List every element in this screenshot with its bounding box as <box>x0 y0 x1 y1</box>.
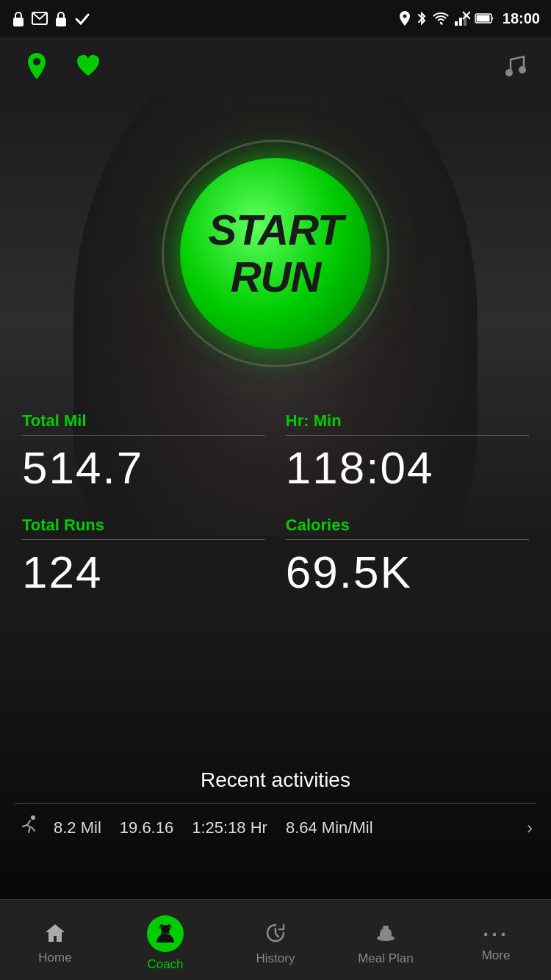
svg-point-12 <box>505 69 513 76</box>
recent-activity-row[interactable]: 8.2 Mil 19.6.16 1:25:18 Hr 8.64 Min/Mil … <box>0 815 551 840</box>
history-icon <box>264 922 287 948</box>
nav-label-history: History <box>256 951 295 966</box>
stats-section: Total Mil 514.7 Hr: Min 118:04 Total Run… <box>0 411 551 620</box>
calories-label: Calories <box>286 516 529 535</box>
status-right: 18:00 <box>398 10 540 27</box>
lock-icon <box>11 10 26 26</box>
svg-point-17 <box>160 924 163 927</box>
activity-data: 8.2 Mil 19.6.16 1:25:18 Hr 8.64 Min/Mil <box>54 818 373 837</box>
coach-icon-container: C <box>147 915 184 952</box>
location-button[interactable] <box>22 51 51 81</box>
status-time: 18:00 <box>503 10 540 27</box>
activity-time: 1:25:18 Hr <box>192 818 267 837</box>
mealplan-icon <box>375 922 397 948</box>
nav-item-mealplan[interactable]: Meal Plan <box>331 900 441 980</box>
nav-label-more: More <box>482 948 511 963</box>
hr-min-value: 118:04 <box>286 442 529 494</box>
bluetooth-icon <box>416 10 428 26</box>
total-runs-stat: Total Runs 124 <box>22 516 265 598</box>
total-miles-stat: Total Mil 514.7 <box>22 411 265 494</box>
calories-stat: Calories 69.5K <box>286 516 529 598</box>
svg-rect-21 <box>383 926 389 929</box>
coach-icon: C <box>154 922 177 945</box>
total-miles-label: Total Mil <box>22 411 265 430</box>
hr-min-label: Hr: Min <box>286 411 529 430</box>
start-run-line2: RUN <box>231 253 321 300</box>
activity-date: 19.6.16 <box>120 818 173 837</box>
wifi-icon <box>432 11 450 26</box>
stats-row-1: Total Mil 514.7 Hr: Min 118:04 <box>22 411 529 494</box>
bg-overlay <box>0 605 551 899</box>
nav-label-home: Home <box>38 951 71 965</box>
recent-section: Recent activities 8.2 Mil 19.6.16 1:25:1… <box>0 768 551 840</box>
nav-label-coach: Coach <box>147 957 183 972</box>
music-note-icon <box>502 52 527 80</box>
svg-rect-4 <box>455 21 458 26</box>
stat-divider-4 <box>286 539 529 540</box>
calories-value: 69.5K <box>286 546 529 598</box>
trophy-icon <box>54 10 68 26</box>
svg-point-18 <box>168 924 170 927</box>
more-icon: ··· <box>483 924 508 945</box>
activity-run-icon <box>18 815 39 840</box>
svg-point-14 <box>31 815 35 820</box>
gps-icon <box>398 10 411 26</box>
battery-icon <box>475 12 495 24</box>
svg-rect-10 <box>476 15 489 22</box>
stat-divider-3 <box>22 539 265 540</box>
nav-item-coach[interactable]: C Coach <box>110 900 220 980</box>
nav-item-more[interactable]: ··· More <box>441 900 551 980</box>
hr-min-stat: Hr: Min 118:04 <box>286 411 529 494</box>
status-bar: 18:00 <box>0 0 551 37</box>
mail-icon <box>32 12 48 25</box>
location-pin-icon <box>24 51 49 81</box>
stat-divider-2 <box>286 435 529 436</box>
signal-icon <box>454 11 470 26</box>
total-runs-value: 124 <box>22 546 265 598</box>
svg-rect-0 <box>13 18 24 26</box>
recent-activities-title: Recent activities <box>0 768 551 792</box>
start-run-outer-ring: START RUN <box>162 140 389 367</box>
nav-label-mealplan: Meal Plan <box>358 951 414 966</box>
svg-text:C: C <box>161 929 168 940</box>
start-run-button[interactable]: START RUN <box>180 158 371 349</box>
svg-rect-2 <box>56 18 66 26</box>
start-run-line1: START <box>209 206 343 253</box>
bottom-nav: Home C Coach History <box>0 899 551 980</box>
heart-button[interactable] <box>73 51 103 81</box>
total-runs-label: Total Runs <box>22 516 265 535</box>
nav-item-history[interactable]: History <box>220 900 331 980</box>
activity-pace: 8.64 Min/Mil <box>286 818 373 837</box>
main-content: START RUN Total Mil 514.7 Hr: Min 118:04… <box>0 96 551 899</box>
home-icon <box>44 923 66 947</box>
svg-rect-5 <box>459 18 462 26</box>
music-button[interactable] <box>500 51 529 81</box>
recent-divider <box>15 803 536 804</box>
action-bar-left <box>22 51 103 81</box>
svg-point-13 <box>519 66 526 73</box>
start-run-container: START RUN <box>162 140 389 367</box>
check-icon <box>74 10 90 26</box>
stat-divider-1 <box>22 435 265 436</box>
svg-point-11 <box>33 58 40 65</box>
status-icons <box>11 10 90 26</box>
svg-point-3 <box>403 15 406 18</box>
activity-chevron-icon: › <box>527 818 533 838</box>
total-miles-value: 514.7 <box>22 442 265 494</box>
action-bar <box>0 37 551 96</box>
activity-distance: 8.2 Mil <box>54 818 101 837</box>
heart-icon-svg <box>74 54 102 79</box>
stats-row-2: Total Runs 124 Calories 69.5K <box>22 516 529 598</box>
nav-item-home[interactable]: Home <box>0 900 110 980</box>
